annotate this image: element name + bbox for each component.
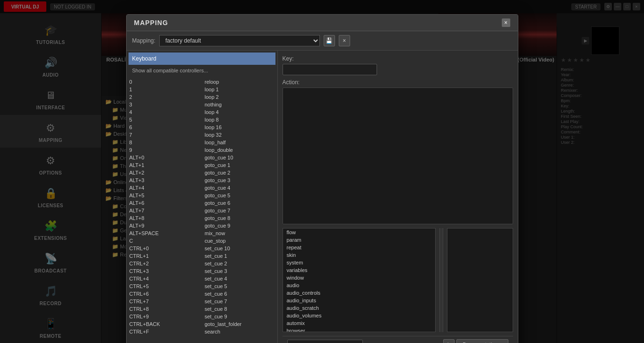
key-row[interactable]: CTRL+8 — [127, 305, 202, 313]
filter-item[interactable]: audio_inputs — [283, 297, 435, 304]
key-row[interactable]: CTRL+0 — [127, 245, 202, 252]
action-row[interactable]: mix_now — [202, 229, 277, 237]
mapping-save-button[interactable]: 💾 — [324, 35, 335, 46]
key-row[interactable]: ALT+6 — [127, 199, 202, 207]
action-row[interactable]: goto_cue 2 — [202, 169, 277, 176]
key-row[interactable]: CTRL+6 — [127, 290, 202, 298]
dialog-close-button[interactable]: × — [502, 18, 510, 27]
key-row[interactable]: CTRL+7 — [127, 298, 202, 305]
filter-item[interactable]: browser — [283, 327, 435, 332]
key-row[interactable]: 7 — [127, 131, 202, 139]
action-row[interactable]: goto_cue 5 — [202, 192, 277, 199]
key-row[interactable]: 0 — [127, 78, 202, 86]
action-row[interactable]: set_cue 1 — [202, 252, 277, 260]
filter-item[interactable]: automix — [283, 319, 435, 327]
dialog-overlay: MAPPING × Mapping: factory default 💾 × K… — [0, 0, 644, 343]
filter-item[interactable]: flow — [283, 229, 435, 236]
edit-icon-button[interactable]: ✎ — [443, 339, 455, 343]
action-row[interactable]: goto_cue 7 — [202, 207, 277, 214]
action-row[interactable]: goto_cue 9 — [202, 222, 277, 229]
key-row[interactable]: 3 — [127, 101, 202, 108]
action-box[interactable] — [283, 88, 513, 224]
key-row[interactable]: ALT+5 — [127, 192, 202, 199]
action-row[interactable]: goto_cue 6 — [202, 199, 277, 207]
filter-item[interactable]: audio_controls — [283, 289, 435, 297]
key-row[interactable]: ALT+SPACE — [127, 229, 202, 237]
action-row[interactable]: set_cue 9 — [202, 313, 277, 320]
filter-item[interactable]: audio_scratch — [283, 304, 435, 312]
action-row[interactable]: loop 32 — [202, 131, 277, 139]
action-row[interactable]: cue_stop — [202, 237, 277, 245]
dialog-right-panel: Key: Action: flowparamrepeatskinsystemva… — [278, 51, 518, 343]
key-row[interactable]: 5 — [127, 116, 202, 123]
action-row[interactable]: set_cue 10 — [202, 245, 277, 252]
filter-divider — [439, 228, 443, 332]
action-row[interactable]: goto_last_folder — [202, 320, 277, 328]
key-row[interactable]: CTRL+4 — [127, 275, 202, 282]
mapping-delete-button[interactable]: × — [339, 35, 350, 46]
key-row[interactable]: C — [127, 237, 202, 245]
show-controllers[interactable]: Show all compatible controllers... — [129, 65, 275, 76]
key-row[interactable]: CTRL+5 — [127, 282, 202, 290]
key-row[interactable]: ALT+0 — [127, 154, 202, 161]
key-list: 0123456789ALT+0ALT+1ALT+2ALT+3ALT+4ALT+5… — [127, 78, 277, 343]
filter-item[interactable]: param — [283, 236, 435, 244]
filter-item[interactable]: window — [283, 274, 435, 281]
key-row[interactable]: CTRL+3 — [127, 267, 202, 275]
key-row[interactable]: CTRL+9 — [127, 313, 202, 320]
action-row[interactable]: set_cue 5 — [202, 282, 277, 290]
filter-item[interactable]: system — [283, 259, 435, 266]
action-row[interactable]: loop 2 — [202, 93, 277, 101]
action-row[interactable]: nothing — [202, 101, 277, 108]
action-section: Action: — [283, 79, 513, 224]
filter-item[interactable]: repeat — [283, 244, 435, 251]
key-row[interactable]: ALT+1 — [127, 161, 202, 169]
action-row[interactable]: set_cue 7 — [202, 298, 277, 305]
key-row[interactable]: 2 — [127, 93, 202, 101]
key-row[interactable]: CTRL+BACK — [127, 320, 202, 328]
action-row[interactable]: set_cue 2 — [202, 260, 277, 267]
key-row[interactable]: 9 — [127, 146, 202, 154]
key-row[interactable]: 6 — [127, 123, 202, 131]
action-row[interactable]: search — [202, 328, 277, 335]
action-row[interactable]: set_cue 4 — [202, 275, 277, 282]
filter-item[interactable]: audio — [283, 281, 435, 289]
action-row[interactable]: goto_cue 10 — [202, 154, 277, 161]
action-row[interactable]: set_cue 6 — [202, 290, 277, 298]
action-row[interactable]: goto_cue 1 — [202, 161, 277, 169]
filter-item[interactable]: skin — [283, 251, 435, 259]
device-keyboard[interactable]: Keyboard — [129, 53, 275, 65]
action-row[interactable]: set_cue 8 — [202, 305, 277, 313]
key-row[interactable]: CTRL+F — [127, 328, 202, 335]
action-row[interactable]: goto_cue 3 — [202, 176, 277, 184]
mapping-selector-row: Mapping: factory default 💾 × — [127, 31, 518, 51]
key-row[interactable]: ALT+4 — [127, 184, 202, 192]
search-input[interactable] — [287, 340, 363, 343]
filter-item[interactable]: variables — [283, 266, 435, 274]
key-row[interactable]: CTRL+2 — [127, 260, 202, 267]
key-row[interactable]: ALT+9 — [127, 222, 202, 229]
key-row[interactable]: ALT+2 — [127, 169, 202, 176]
key-row[interactable]: 8 — [127, 139, 202, 146]
action-row[interactable]: set_cue 3 — [202, 267, 277, 275]
documentation-button[interactable]: Documentation... — [456, 339, 508, 343]
key-row[interactable]: ALT+8 — [127, 214, 202, 222]
action-row[interactable]: goto_cue 8 — [202, 214, 277, 222]
key-row[interactable]: ALT+7 — [127, 207, 202, 214]
action-row[interactable]: goto_cue 4 — [202, 184, 277, 192]
action-row[interactable]: reloop — [202, 78, 277, 86]
key-row[interactable]: ALT+3 — [127, 176, 202, 184]
key-input[interactable] — [283, 64, 377, 75]
key-row[interactable]: CTRL+1 — [127, 252, 202, 260]
action-row[interactable]: loop_half — [202, 139, 277, 146]
dialog-left-panel: Keyboard Show all compatible controllers… — [127, 51, 278, 343]
key-row[interactable]: 1 — [127, 86, 202, 93]
mapping-dropdown[interactable]: factory default — [159, 35, 320, 46]
filter-item[interactable]: audio_volumes — [283, 312, 435, 319]
action-row[interactable]: loop 4 — [202, 108, 277, 116]
action-row[interactable]: loop 8 — [202, 116, 277, 123]
action-row[interactable]: loop_double — [202, 146, 277, 154]
key-row[interactable]: 4 — [127, 108, 202, 116]
action-row[interactable]: loop 16 — [202, 123, 277, 131]
action-row[interactable]: loop 1 — [202, 86, 277, 93]
